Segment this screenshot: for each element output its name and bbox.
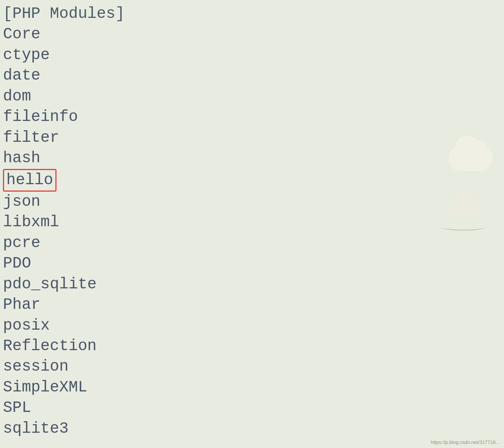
module-item-session: session	[3, 356, 504, 377]
module-item-json: json	[3, 192, 504, 212]
module-item-libxml: libxml	[3, 212, 504, 233]
module-item-sqlite3: sqlite3	[3, 419, 504, 439]
module-item-posix: posix	[3, 316, 504, 336]
module-item-pcre: pcre	[3, 233, 504, 253]
module-item-spl: SPL	[3, 398, 504, 418]
module-item-ctype: ctype	[3, 45, 504, 65]
module-item-pdo: PDO	[3, 253, 504, 274]
module-item-dom: dom	[3, 86, 504, 107]
watermark: https://p.blog.csdn.net/317718...	[431, 439, 500, 445]
module-item-simplexml: SimpleXML	[3, 377, 504, 398]
module-item-pdo_sqlite: pdo_sqlite	[3, 274, 504, 295]
modules-list: [PHP Modules] Corectypedatedomfileinfofi…	[0, 0, 504, 443]
module-item-fileinfo: fileinfo	[3, 107, 504, 127]
module-item-date: date	[3, 65, 504, 86]
modules-header: [PHP Modules]	[3, 4, 504, 24]
module-item-filter: filter	[3, 128, 504, 148]
module-item-hash: hash	[3, 148, 504, 169]
module-item-hello: hello	[3, 169, 56, 192]
module-item-reflection: Reflection	[3, 336, 504, 356]
module-item-core: Core	[3, 24, 504, 45]
module-item-phar: Phar	[3, 295, 504, 315]
